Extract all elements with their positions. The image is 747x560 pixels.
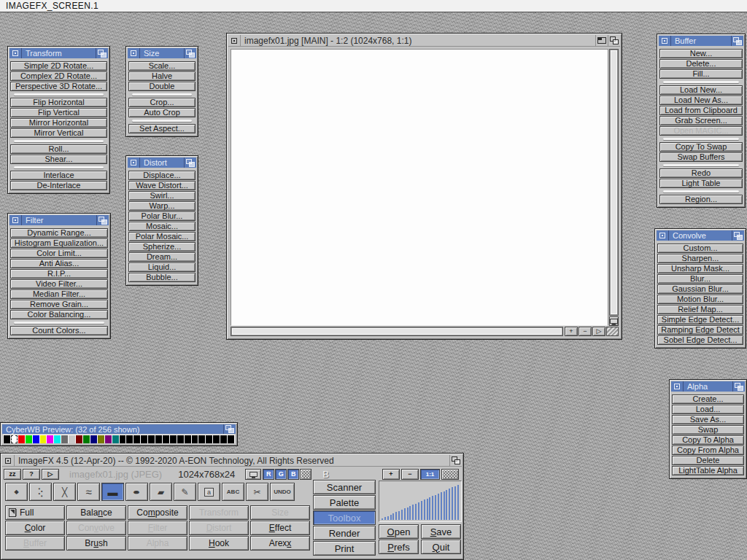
bubble-button[interactable]: Bubble... bbox=[128, 273, 196, 282]
screen-mode-button[interactable] bbox=[609, 316, 619, 326]
interlace-button[interactable]: Interlace bbox=[10, 171, 107, 180]
wave-distort-button[interactable]: Wave Distort... bbox=[128, 181, 196, 190]
close-icon[interactable] bbox=[9, 215, 22, 225]
dither-pattern-button[interactable] bbox=[441, 469, 459, 480]
palette-window-titlebar[interactable]: CyberWB Preview: (32 of 256 shown) bbox=[2, 424, 236, 434]
undo-button[interactable]: UNDO bbox=[270, 483, 295, 501]
palette-swatch-9[interactable] bbox=[69, 435, 75, 443]
palette-swatch-26[interactable] bbox=[192, 435, 198, 443]
r-i-p-button[interactable]: R.I.P... bbox=[10, 269, 108, 279]
copy-to-swap-button[interactable]: Copy To Swap bbox=[659, 142, 743, 152]
open-button[interactable]: Open bbox=[379, 524, 419, 539]
grab-screen-button[interactable]: Grab Screen... bbox=[659, 116, 743, 125]
depth-gadget-icon[interactable] bbox=[184, 48, 196, 58]
blur-button[interactable]: Blur... bbox=[657, 274, 743, 284]
palette-swatch-12[interactable] bbox=[90, 435, 97, 443]
palette-swatch-4[interactable] bbox=[33, 435, 39, 443]
close-icon[interactable] bbox=[2, 455, 15, 466]
new-button[interactable]: New... bbox=[659, 49, 743, 58]
polar-mosaic-button[interactable]: Polar Mosaic... bbox=[128, 232, 196, 241]
point-tool[interactable]: ◆ bbox=[5, 483, 28, 501]
close-icon[interactable] bbox=[128, 158, 140, 168]
halve-button[interactable]: Halve bbox=[128, 71, 196, 81]
magnify-out-button[interactable]: − bbox=[401, 469, 419, 480]
alpha-titlebar[interactable]: Alpha bbox=[671, 381, 745, 392]
create-button[interactable]: Create... bbox=[672, 394, 744, 404]
save-button[interactable]: Save bbox=[421, 524, 461, 539]
flip-horizontal-button[interactable]: Flip Horizontal bbox=[10, 98, 107, 107]
toolbox-titlebar[interactable]: ImageFX 4.5 (12-Apr-20) -- © 1992-2020 A… bbox=[2, 455, 462, 467]
swirl-button[interactable]: Swirl... bbox=[128, 191, 196, 201]
displace-button[interactable]: Displace... bbox=[128, 171, 196, 180]
composite-button[interactable]: Composite bbox=[128, 505, 187, 520]
sleep-button[interactable]: zz bbox=[4, 469, 21, 480]
load-from-clipboard-button[interactable]: Load from Clipboard bbox=[659, 106, 743, 115]
screen-titlebar[interactable]: IMAGEFX_SCREEN.1 bbox=[0, 0, 747, 12]
median-filter-button[interactable]: Median Filter... bbox=[10, 289, 108, 299]
palette-swatch-5[interactable] bbox=[40, 435, 47, 443]
depth-gadget-icon[interactable] bbox=[732, 230, 744, 241]
depth-gadget-icon[interactable] bbox=[223, 424, 236, 434]
palette-swatch-20[interactable] bbox=[148, 435, 155, 443]
palette-swatch-19[interactable] bbox=[141, 435, 147, 443]
depth-gadget-icon[interactable] bbox=[96, 48, 108, 58]
redo-button[interactable]: Redo bbox=[659, 168, 743, 178]
anti-alias-button[interactable]: Anti Alias... bbox=[10, 259, 108, 268]
palette-swatch-8[interactable] bbox=[61, 435, 68, 443]
lighttable-alpha-button[interactable]: LightTable Alpha bbox=[672, 466, 744, 475]
zoom-in-button[interactable]: + bbox=[565, 327, 578, 336]
render-button[interactable]: Render bbox=[313, 526, 376, 540]
screen-mode-button[interactable] bbox=[245, 469, 261, 480]
palette-swatch-18[interactable] bbox=[133, 435, 140, 443]
copy-from-alpha-button[interactable]: Copy From Alpha bbox=[672, 446, 744, 455]
alpha-button[interactable]: Alpha bbox=[128, 536, 187, 551]
crop-button[interactable]: Crop... bbox=[128, 98, 196, 107]
distort-button[interactable]: Distort bbox=[189, 521, 249, 535]
depth-gadget-icon[interactable] bbox=[732, 381, 745, 392]
fill-button[interactable]: Fill... bbox=[659, 69, 743, 79]
simple-edge-detect-button[interactable]: Simple Edge Detect... bbox=[657, 315, 743, 324]
brush-button[interactable]: Brush bbox=[66, 536, 126, 551]
palette-swatch-23[interactable] bbox=[170, 435, 177, 443]
mask-pattern-button[interactable] bbox=[300, 469, 311, 480]
convolve-titlebar[interactable]: Convolve bbox=[657, 230, 744, 241]
simple-2d-rotate-button[interactable]: Simple 2D Rotate... bbox=[10, 61, 107, 71]
filter-button[interactable]: Filter bbox=[128, 521, 187, 535]
mosaic-button[interactable]: Mosaic... bbox=[128, 222, 196, 231]
palette-swatch-31[interactable] bbox=[228, 435, 234, 443]
load-new-button[interactable]: Load New... bbox=[659, 85, 743, 95]
size-button[interactable]: Size bbox=[250, 505, 310, 520]
complex-2d-rotate-button[interactable]: Complex 2D Rotate... bbox=[10, 71, 107, 81]
filter-titlebar[interactable]: Filter bbox=[9, 215, 109, 225]
copy-to-alpha-button[interactable]: Copy To Alpha bbox=[672, 435, 744, 445]
magnify-in-button[interactable]: + bbox=[382, 469, 400, 480]
palette-swatch-0[interactable] bbox=[4, 435, 10, 443]
size-titlebar[interactable]: Size bbox=[128, 48, 196, 58]
palette-swatch-10[interactable] bbox=[76, 435, 82, 443]
roll-button[interactable]: Roll... bbox=[10, 144, 107, 154]
dream-button[interactable]: Dream... bbox=[128, 252, 196, 262]
palette-swatch-3[interactable] bbox=[26, 435, 32, 443]
scanner-button[interactable]: Scanner bbox=[313, 480, 376, 494]
channel-green-button[interactable]: G bbox=[275, 469, 287, 480]
count-colors-button[interactable]: Count Colors... bbox=[10, 326, 108, 335]
palette-swatch-2[interactable] bbox=[18, 435, 25, 443]
mirror-vertical-button[interactable]: Mirror Vertical bbox=[10, 128, 107, 138]
close-icon[interactable] bbox=[659, 36, 671, 46]
save-as-button[interactable]: Save As... bbox=[672, 415, 744, 424]
image-window-titlebar[interactable]: imagefx01.jpg [MAIN] - 1:2 (1024x768, 1:… bbox=[228, 35, 620, 47]
oval-tool[interactable]: ● bbox=[125, 483, 148, 501]
swap-buffers-button[interactable]: Swap Buffers bbox=[659, 152, 743, 162]
palette-swatch-24[interactable] bbox=[177, 435, 184, 443]
clone-tool[interactable]: a bbox=[198, 483, 220, 501]
depth-gadget-icon[interactable] bbox=[449, 455, 462, 466]
palette-swatch-28[interactable] bbox=[206, 435, 212, 443]
full-button[interactable]: Full bbox=[5, 505, 65, 520]
motion-blur-button[interactable]: Motion Blur... bbox=[657, 295, 743, 304]
warp-button[interactable]: Warp... bbox=[128, 201, 196, 211]
delete-button[interactable]: Delete bbox=[672, 456, 744, 465]
set-aspect-button[interactable]: Set Aspect... bbox=[128, 124, 196, 133]
swap-button[interactable]: Swap bbox=[672, 425, 744, 435]
line-tool[interactable]: ╳ bbox=[53, 483, 76, 501]
prefs-button[interactable]: Prefs bbox=[379, 540, 419, 554]
